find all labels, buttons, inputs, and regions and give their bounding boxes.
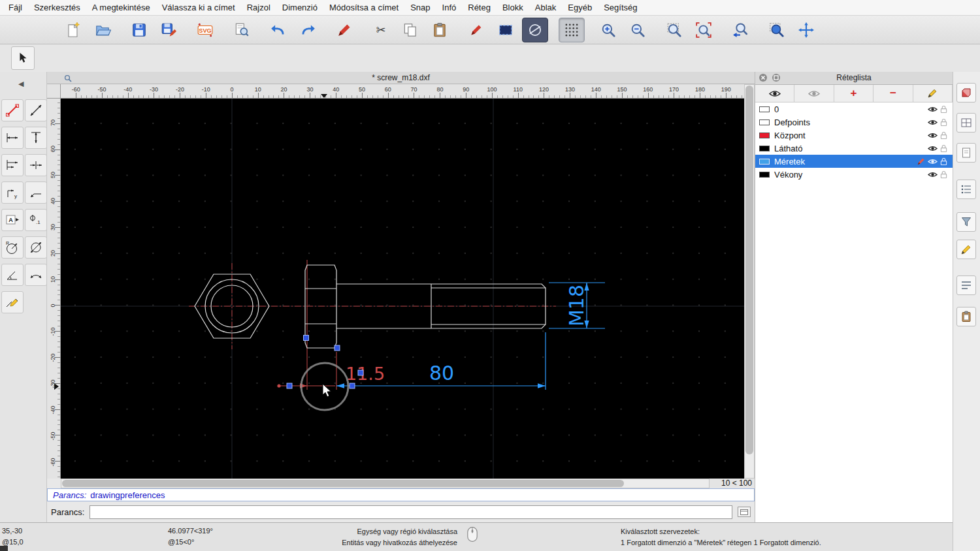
menu-item-7[interactable]: Módosítsa a címet [323, 3, 404, 12]
zoom-in-button[interactable] [595, 18, 621, 42]
dim-ordinate-tool[interactable]: y [1, 181, 24, 204]
layer-visibility-icon[interactable] [926, 171, 938, 178]
layer-color-swatch [759, 106, 770, 112]
layer-lock-icon[interactable] [938, 131, 949, 140]
menu-item-10[interactable]: Réteg [462, 3, 497, 12]
pan-button[interactable] [793, 18, 819, 42]
delete-entity-button[interactable] [463, 18, 489, 42]
circle-tool-button[interactable] [522, 18, 548, 42]
vertical-scrollbar[interactable] [744, 84, 755, 479]
layer-visibility-icon[interactable] [926, 132, 938, 139]
menu-item-3[interactable]: A megtekintése [86, 3, 156, 12]
add-layer-button[interactable]: + [834, 85, 874, 102]
pen-settings-toggle[interactable] [956, 240, 976, 259]
menu-item-4[interactable]: Válassza ki a címet [156, 3, 241, 12]
new-file-button[interactable] [60, 18, 86, 42]
horizontal-scrollbar[interactable] [61, 479, 710, 488]
dim-label-edit-tool[interactable] [1, 291, 24, 313]
menu-item-6[interactable]: Dimenzió [276, 3, 323, 12]
dim-angular-tool[interactable] [1, 264, 24, 286]
layer-color-swatch [759, 172, 770, 178]
hide-all-layers-button[interactable] [794, 85, 834, 102]
menu-item-8[interactable]: Snap [404, 3, 436, 12]
zoom-auto-icon [666, 22, 683, 39]
menu-item-1[interactable]: Fájl [3, 3, 28, 12]
sidebar-collapse-button[interactable]: ◀ [18, 80, 24, 88]
save-button[interactable] [126, 18, 152, 42]
open-file-button[interactable] [90, 18, 116, 42]
entity-list-toggle[interactable] [956, 276, 976, 295]
panel-float-icon[interactable] [772, 73, 781, 86]
layer-edit-pen-icon[interactable] [915, 157, 926, 166]
layer-visibility-icon[interactable] [926, 158, 938, 165]
zoom-previous-button[interactable] [727, 18, 753, 42]
layer-list-toggle[interactable] [956, 180, 976, 199]
edit-attributes-button[interactable] [331, 18, 357, 42]
layer-lock-icon[interactable] [938, 105, 949, 114]
menu-item-5[interactable]: Rajzol [241, 3, 276, 12]
dim-radius-tool[interactable]: R [1, 236, 24, 259]
command-widget-toggle[interactable] [956, 143, 976, 163]
cut-button[interactable]: ✂ [368, 18, 394, 42]
v-ruler-label: 50 [50, 166, 56, 184]
layer-lock-icon[interactable] [938, 144, 949, 153]
layer-name: Központ [774, 131, 806, 140]
dim-rotated-tool[interactable] [1, 99, 24, 121]
menu-item-2[interactable]: Szerkesztés [28, 3, 86, 12]
menu-item-14[interactable]: Segítség [598, 3, 643, 12]
layer-row-0[interactable]: 0 [755, 102, 953, 116]
layer-lock-icon[interactable] [938, 170, 949, 179]
dim-continue-tool[interactable] [25, 154, 47, 176]
layer-visibility-icon[interactable] [926, 119, 938, 126]
library-browser-toggle[interactable] [956, 113, 976, 133]
svg-export-button[interactable]: SVG [192, 18, 218, 42]
paste-button[interactable] [427, 18, 453, 42]
select-window-button[interactable] [493, 18, 519, 42]
dim-leader-tool[interactable] [25, 181, 47, 204]
layer-row-defpoints[interactable]: Defpoints [755, 116, 953, 129]
menu-item-11[interactable]: Blokk [497, 3, 529, 12]
redo-button[interactable] [295, 18, 321, 42]
dim-baseline-tool[interactable] [1, 154, 24, 176]
copy-button[interactable] [397, 18, 423, 42]
undo-button[interactable] [265, 18, 291, 42]
layer-row-meretek[interactable]: Méretek [755, 155, 953, 168]
block-list-toggle[interactable] [956, 83, 976, 102]
horizontal-scrollbar-thumb[interactable] [62, 480, 624, 487]
filter-toggle[interactable] [956, 212, 976, 232]
dim-text-tool[interactable]: A [1, 209, 24, 231]
dim-diameter-tool[interactable] [25, 236, 47, 259]
select-pointer-button[interactable] [11, 46, 35, 70]
zoom-out-button[interactable] [625, 18, 651, 42]
menu-item-13[interactable]: Egyéb [562, 3, 598, 12]
show-all-layers-button[interactable] [755, 85, 794, 102]
layer-row-kozpont[interactable]: Központ [755, 129, 953, 142]
layer-row-vekony[interactable]: Vékony [755, 168, 953, 181]
dim-vertical-tool[interactable] [25, 127, 47, 149]
zoom-window-button[interactable] [764, 18, 790, 42]
dim-arc-tool[interactable] [25, 264, 47, 286]
edit-layer-button[interactable] [913, 85, 953, 102]
clipboard-panel-toggle[interactable] [956, 307, 976, 326]
layer-lock-icon[interactable] [938, 157, 949, 166]
print-preview-button[interactable] [229, 18, 255, 42]
layer-row-lathato[interactable]: Látható [755, 142, 953, 155]
dim-tolerance-tool[interactable]: .1 [25, 209, 47, 231]
command-detach-button[interactable] [738, 507, 751, 517]
command-input[interactable] [90, 505, 732, 519]
panel-close-icon[interactable] [759, 73, 768, 86]
zoom-auto-button[interactable] [661, 18, 687, 42]
zoom-redraw-button[interactable] [691, 18, 717, 42]
dim-aligned-tool[interactable] [25, 99, 47, 121]
layer-visibility-icon[interactable] [926, 106, 938, 113]
menu-item-9[interactable]: Infó [436, 3, 463, 12]
remove-layer-button[interactable]: − [874, 85, 913, 102]
grid-toggle-button[interactable] [559, 18, 585, 42]
layer-visibility-icon[interactable] [926, 145, 938, 152]
layer-lock-icon[interactable] [938, 118, 949, 127]
dim-horizontal-tool[interactable] [1, 127, 24, 149]
vertical-scrollbar-thumb[interactable] [745, 86, 753, 454]
drawing-canvas[interactable]: 11.5 [61, 99, 744, 479]
menu-item-12[interactable]: Ablak [529, 3, 563, 12]
save-as-button[interactable] [155, 18, 182, 42]
